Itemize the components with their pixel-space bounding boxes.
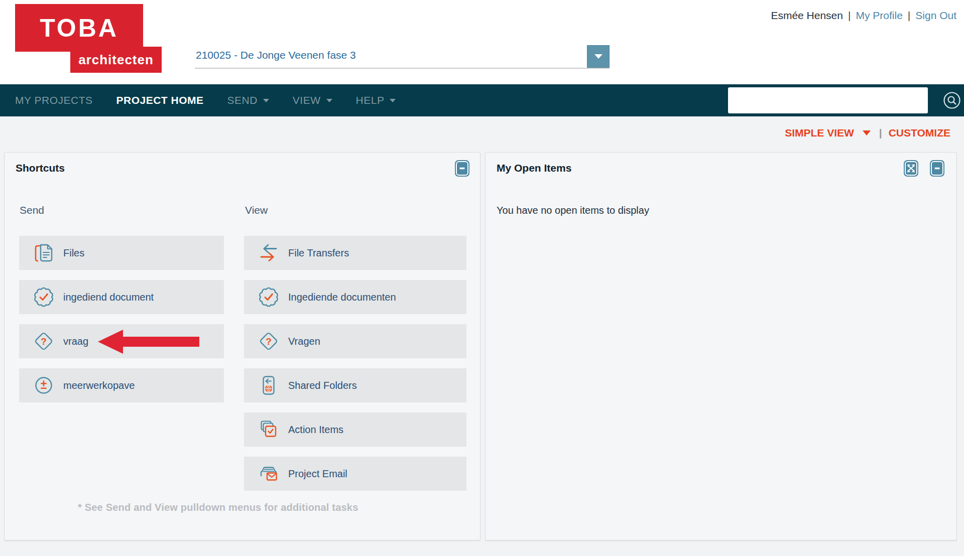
user-name: Esmée Hensen [771, 10, 843, 22]
separator: | [908, 10, 910, 22]
logo-text-line1: TOBA [40, 14, 118, 43]
customize-link[interactable]: CUSTOMIZE [889, 127, 950, 139]
shortcut-send-ingediend-document[interactable]: ingediend document [19, 280, 224, 314]
project-dropdown-button[interactable] [587, 45, 610, 68]
shortcut-send-meerwerkopave[interactable]: meerwerkopave [19, 368, 224, 402]
shortcut-view-shared-folders[interactable]: Shared Folders [244, 368, 466, 402]
shared-folder-icon [258, 374, 280, 396]
shortcut-label: Action Items [288, 424, 343, 436]
shortcuts-panel-title: Shortcuts [16, 162, 65, 174]
nav-view-label: VIEW [293, 94, 321, 106]
svg-text:?: ? [41, 336, 47, 347]
sign-out-link[interactable]: Sign Out [915, 10, 956, 22]
chevron-down-icon [390, 99, 396, 102]
nav-my-projects[interactable]: MY PROJECTS [15, 94, 92, 106]
nav-project-home-label: PROJECT HOME [116, 94, 203, 106]
shortcut-label: ingediend document [63, 292, 154, 303]
logo-text-line2: architecten [78, 52, 154, 68]
nav-help-label: HELP [356, 94, 385, 106]
nav-view-menu[interactable]: VIEW [293, 94, 332, 106]
send-section-heading: Send [20, 204, 44, 216]
transfer-arrows-icon [258, 242, 280, 264]
nav-my-projects-label: MY PROJECTS [15, 94, 92, 106]
plus-minus-circle-icon [33, 374, 55, 396]
shortcut-view-vragen[interactable]: ? Vragen [244, 324, 466, 358]
action-items-icon [258, 418, 280, 441]
shortcut-view-ingediende-documenten[interactable]: Ingediende documenten [244, 280, 466, 314]
chevron-down-icon [326, 99, 332, 102]
shortcut-label: vraag [63, 336, 88, 347]
simple-view-selector[interactable]: SIMPLE VIEW [785, 127, 854, 139]
shortcuts-panel: Shortcuts Send View Files ingediend docu [4, 152, 480, 540]
search-icon [942, 90, 962, 110]
project-selector[interactable]: 210025 - De Jonge Veenen fase 3 [195, 45, 610, 69]
files-icon [33, 242, 55, 264]
minimize-icon [930, 160, 944, 177]
main-navbar: MY PROJECTS PROJECT HOME SEND VIEW HELP [0, 84, 964, 116]
search-input[interactable] [728, 87, 928, 113]
chevron-down-icon[interactable] [863, 130, 871, 135]
view-toolbar: SIMPLE VIEW | CUSTOMIZE [785, 127, 950, 139]
my-profile-link[interactable]: My Profile [856, 10, 902, 22]
svg-text:?: ? [266, 336, 272, 347]
search-button[interactable] [942, 90, 962, 110]
minimize-panel-button[interactable] [455, 160, 469, 177]
project-email-icon [258, 463, 280, 485]
expand-icon [904, 160, 918, 177]
red-arrow-annotation [97, 329, 200, 355]
shortcut-label: Files [63, 247, 84, 259]
shortcut-view-file-transfers[interactable]: File Transfers [244, 236, 466, 270]
my-open-items-title: My Open Items [497, 162, 571, 174]
shortcut-label: Shared Folders [288, 380, 357, 391]
my-open-items-panel: My Open Items You have no open items to … [485, 152, 957, 540]
nav-help-menu[interactable]: HELP [356, 94, 396, 106]
shortcut-label: File Transfers [288, 247, 349, 259]
shortcut-label: meerwerkopave [63, 380, 135, 391]
chevron-down-icon [594, 54, 602, 59]
shortcut-label: Project Email [288, 468, 347, 480]
seal-check-icon [258, 286, 280, 308]
nav-send-menu[interactable]: SEND [227, 94, 269, 106]
separator: | [848, 10, 851, 22]
question-diamond-icon: ? [33, 330, 55, 352]
separator: | [879, 127, 882, 139]
open-items-empty-message: You have no open items to display [497, 205, 649, 216]
chevron-down-icon [263, 99, 269, 102]
logo-sub-block: architecten [70, 47, 162, 73]
shortcut-view-project-email[interactable]: Project Email [244, 457, 466, 491]
shortcut-label: Ingediende documenten [288, 292, 396, 303]
expand-panel-button[interactable] [904, 160, 918, 177]
nav-send-label: SEND [227, 94, 258, 106]
shortcut-label: Vragen [288, 336, 320, 347]
nav-project-home[interactable]: PROJECT HOME [116, 94, 203, 106]
minimize-panel-button[interactable] [930, 160, 944, 177]
shortcut-view-action-items[interactable]: Action Items [244, 412, 466, 447]
toba-logo: TOBA architecten [15, 4, 176, 74]
seal-check-icon [33, 286, 55, 308]
shortcut-send-files[interactable]: Files [19, 236, 224, 270]
logo-main-block: TOBA [15, 4, 143, 52]
view-section-heading: View [245, 204, 268, 216]
question-diamond-icon: ? [258, 330, 280, 352]
minimize-icon [455, 160, 469, 177]
project-selector-value: 210025 - De Jonge Veenen fase 3 [196, 49, 356, 61]
user-links: Esmée Hensen | My Profile | Sign Out [771, 10, 956, 22]
shortcuts-footnote: * See Send and View pulldown menus for a… [78, 502, 358, 513]
